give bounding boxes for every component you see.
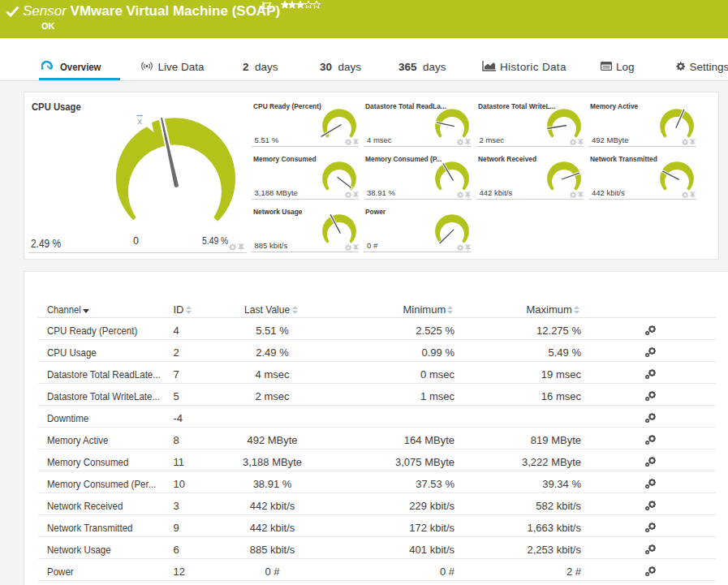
svg-text:x: x [138, 116, 143, 126]
